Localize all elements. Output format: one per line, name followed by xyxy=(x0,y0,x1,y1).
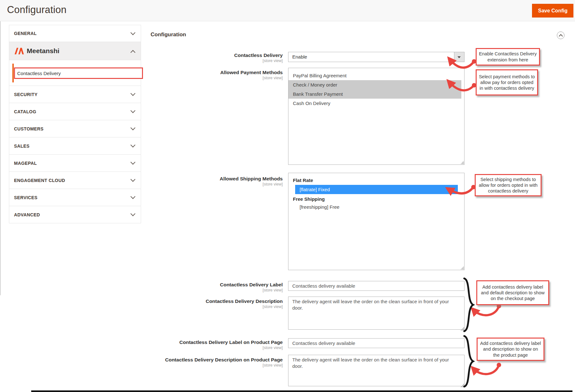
product-label-input[interactable] xyxy=(288,338,465,348)
field-row-product-label: Contactless Delivery Label on Product Pa… xyxy=(151,338,465,350)
sidebar-item-label: Meetanshi xyxy=(27,47,60,55)
chevron-up-icon xyxy=(559,34,563,38)
sidebar-item-label: ADVANCED xyxy=(14,212,40,217)
selected-value: Enable xyxy=(288,52,464,62)
chevron-down-icon xyxy=(131,125,136,130)
field-label: Allowed Payment Methods xyxy=(151,69,283,76)
field-label: Contactless Delivery Label xyxy=(151,282,283,288)
field-scope: [store view] xyxy=(151,363,283,368)
chevron-down-icon xyxy=(131,177,136,182)
enable-select[interactable]: Enable xyxy=(288,52,465,62)
page-title: Configuration xyxy=(7,4,67,16)
field-scope: [store view] xyxy=(151,59,283,63)
option-freeshipping-free[interactable]: [freeshipping] Free xyxy=(288,202,464,212)
delivery-description-textarea[interactable]: The delivery agent will leave the order … xyxy=(288,297,465,330)
chevron-up-icon xyxy=(131,50,136,55)
sidebar-item-label: MAGEPAL xyxy=(14,161,37,166)
field-label: Contactless Delivery xyxy=(151,52,283,59)
save-config-button[interactable]: Save Config xyxy=(532,4,573,18)
resize-grip-icon[interactable] xyxy=(460,266,464,270)
sidebar-item-label: ENGAGEMENT CLOUD xyxy=(14,178,65,183)
option-check-money-order[interactable]: Check / Money order xyxy=(288,80,461,89)
sidebar-item-security[interactable]: SECURITY xyxy=(9,86,141,103)
option-cash-on-delivery[interactable]: Cash On Delivery xyxy=(288,99,464,108)
section-heading: Configuration xyxy=(151,32,186,38)
meetanshi-logo-icon xyxy=(14,47,24,55)
sidebar-item-label: CATALOG xyxy=(14,109,36,114)
resize-grip-icon[interactable] xyxy=(461,327,464,331)
field-scope: [store view] xyxy=(151,76,283,80)
field-scope: [store view] xyxy=(151,288,283,293)
chevron-down-icon xyxy=(131,194,136,199)
field-row-delivery-label: Contactless Delivery Label [store view] xyxy=(151,281,465,293)
shipping-methods-multiselect[interactable]: Flat Rate [flatrate] Fixed Free Shipping… xyxy=(288,173,465,270)
chevron-down-icon xyxy=(131,30,136,35)
field-row-product-description: Contactless Delivery Description on Prod… xyxy=(151,355,465,388)
config-nav-sidebar: GENERAL Meetanshi Contactless Delivery S… xyxy=(9,25,141,223)
sidebar-item-advanced[interactable]: ADVANCED xyxy=(9,206,141,223)
callout-product-page-fields: Add contactless delivery label and descr… xyxy=(477,338,544,361)
sidebar-item-customers[interactable]: CUSTOMERS xyxy=(9,120,141,137)
field-scope: [store view] xyxy=(151,346,283,350)
page-left-border xyxy=(0,21,0,295)
field-label: Contactless Delivery Label on Product Pa… xyxy=(151,339,283,346)
field-row-payment-methods: Allowed Payment Methods [store view] Pay… xyxy=(151,68,465,165)
chevron-down-icon xyxy=(131,108,136,113)
optgroup-free-shipping: Free Shipping xyxy=(288,196,464,202)
field-row-enable: Contactless Delivery [store view] Enable xyxy=(151,52,465,63)
arrow-to-product-fields xyxy=(473,365,499,374)
chevron-down-icon xyxy=(131,91,136,96)
resize-grip-icon[interactable] xyxy=(460,161,464,164)
field-label: Contactless Delivery Description xyxy=(151,298,283,304)
callout-shipping-methods: Select shipping methods to allow for ord… xyxy=(475,174,542,196)
collapse-section-button[interactable] xyxy=(557,32,564,39)
optgroup-flat-rate: Flat Rate xyxy=(288,177,464,184)
field-label: Allowed Shipping Methods xyxy=(151,176,283,182)
sidebar-item-general[interactable]: GENERAL xyxy=(9,25,141,42)
field-row-shipping-methods: Allowed Shipping Methods [store view] Fl… xyxy=(151,173,465,270)
option-paypal-billing-agreement[interactable]: PayPal Billing Agreement xyxy=(288,71,464,80)
sidebar-item-magepal[interactable]: MAGEPAL xyxy=(9,155,141,172)
sidebar-item-services[interactable]: SERVICES xyxy=(9,189,141,206)
sidebar-subnav: Contactless Delivery xyxy=(9,60,141,86)
chevron-down-icon xyxy=(131,143,136,148)
sidebar-item-catalog[interactable]: CATALOG xyxy=(9,103,141,120)
sidebar-item-sales[interactable]: SALES xyxy=(9,137,141,155)
sidebar-item-engagement-cloud[interactable]: ENGAGEMENT CLOUD xyxy=(9,172,141,189)
chevron-down-icon xyxy=(131,211,136,216)
sidebar-item-contactless-delivery[interactable]: Contactless Delivery xyxy=(14,67,143,79)
option-bank-transfer-payment[interactable]: Bank Transfer Payment xyxy=(288,89,461,99)
callout-enable-extension: Enable Contactless Delivery extension fr… xyxy=(476,48,540,66)
callout-payment-methods: Select payment methods to allow pay for … xyxy=(476,69,538,95)
field-row-delivery-description: Contactless Delivery Description [store … xyxy=(151,297,465,331)
active-item-marker xyxy=(12,64,14,82)
sidebar-item-label: CUSTOMERS xyxy=(14,126,44,131)
callout-checkout-page-fields: Add contactless delivery label and defau… xyxy=(476,280,549,305)
sidebar-item-label: GENERAL xyxy=(14,31,37,36)
arrow-to-checkout-fields xyxy=(473,306,499,315)
delivery-label-input[interactable] xyxy=(288,281,465,291)
page-header: Configuration Save Config xyxy=(0,0,575,21)
field-scope: [store view] xyxy=(151,182,283,187)
bottom-divider-bar xyxy=(31,390,572,392)
payment-methods-multiselect[interactable]: PayPal Billing Agreement Check / Money o… xyxy=(288,68,465,165)
field-label: Contactless Delivery Description on Prod… xyxy=(151,357,283,363)
chevron-down-icon xyxy=(131,160,136,165)
product-description-textarea[interactable]: The delivery agent will leave the order … xyxy=(288,355,465,386)
sidebar-item-label: SERVICES xyxy=(14,195,38,200)
resize-grip-icon[interactable] xyxy=(461,384,464,387)
sidebar-item-label: SECURITY xyxy=(14,92,38,97)
select-dropdown-arrow-icon xyxy=(454,52,464,62)
field-scope: [store view] xyxy=(151,304,283,309)
sidebar-item-meetanshi[interactable]: Meetanshi xyxy=(9,42,141,60)
sidebar-item-label: SALES xyxy=(14,144,30,149)
option-flatrate-fixed[interactable]: [flatrate] Fixed xyxy=(295,185,458,194)
